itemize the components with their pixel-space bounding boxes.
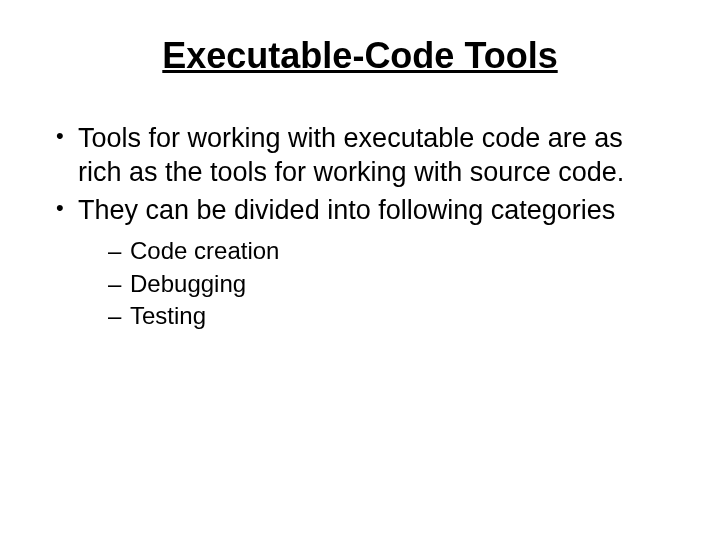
list-item: Testing [78, 300, 670, 332]
list-item-text: They can be divided into following categ… [78, 195, 615, 225]
list-item: They can be divided into following categ… [50, 194, 670, 333]
slide-title: Executable-Code Tools [50, 35, 670, 77]
sub-bullet-list: Code creation Debugging Testing [78, 235, 670, 332]
list-item: Tools for working with executable code a… [50, 122, 670, 190]
main-bullet-list: Tools for working with executable code a… [50, 122, 670, 332]
list-item: Code creation [78, 235, 670, 267]
list-item: Debugging [78, 268, 670, 300]
